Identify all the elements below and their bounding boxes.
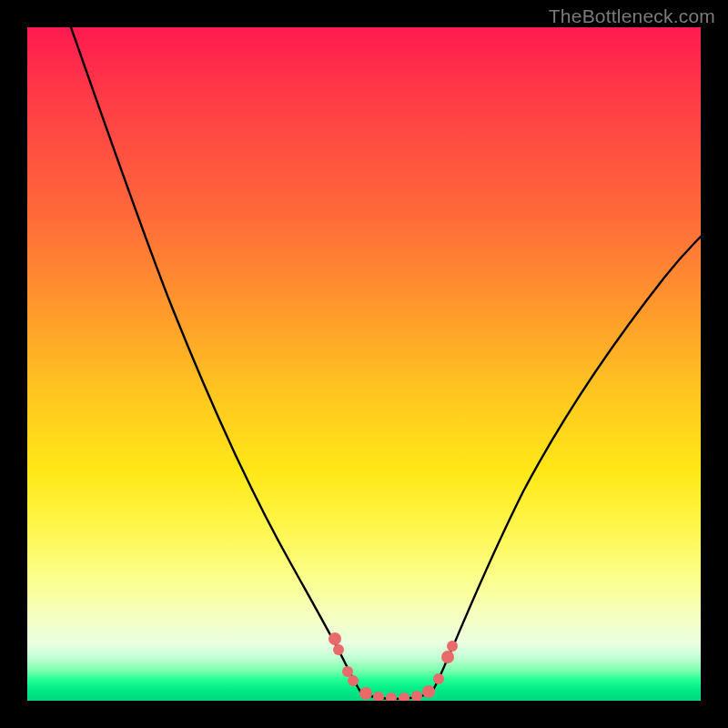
- watermark-text: TheBottleneck.com: [549, 5, 715, 27]
- marker-dot: [333, 644, 344, 655]
- chart-frame: TheBottleneck.com: [0, 0, 728, 728]
- marker-dot: [433, 673, 444, 684]
- marker-dot: [411, 691, 422, 701]
- marker-dot: [422, 685, 435, 698]
- marker-layer: [27, 27, 701, 701]
- marker-dot: [359, 687, 372, 700]
- marker-dot: [342, 666, 353, 677]
- marker-dot: [348, 675, 359, 686]
- marker-dot: [329, 632, 341, 645]
- plot-area: [27, 27, 701, 701]
- marker-dot: [399, 693, 410, 701]
- marker-dot: [386, 693, 397, 701]
- marker-dot: [447, 641, 458, 652]
- marker-dot: [441, 651, 454, 663]
- marker-dot: [373, 692, 384, 701]
